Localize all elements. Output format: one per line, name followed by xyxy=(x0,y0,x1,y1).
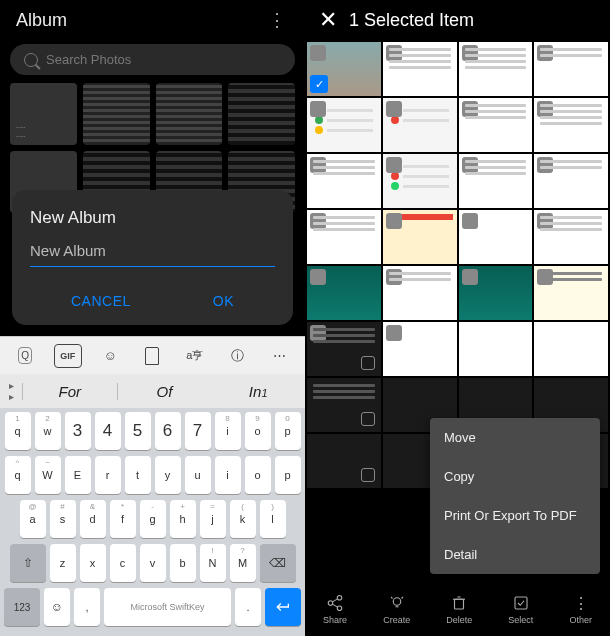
period-key[interactable]: . xyxy=(235,588,261,626)
gallery-thumb[interactable] xyxy=(383,322,457,376)
gallery-thumb[interactable] xyxy=(459,210,533,264)
gallery-thumb[interactable] xyxy=(307,434,381,488)
more-icon[interactable]: ⋮ xyxy=(265,9,289,31)
info-icon[interactable]: ⓘ xyxy=(223,344,251,368)
gallery-thumb[interactable] xyxy=(459,154,533,208)
gallery-thumb[interactable] xyxy=(307,98,381,152)
gallery-thumb[interactable] xyxy=(307,154,381,208)
photo-thumb[interactable] xyxy=(156,83,223,145)
key-h[interactable]: +h xyxy=(170,500,196,538)
unselected-check-icon[interactable] xyxy=(361,412,375,426)
key-i[interactable]: 8i xyxy=(215,412,241,450)
suggestion[interactable]: For xyxy=(22,383,118,400)
key-s[interactable]: #s xyxy=(50,500,76,538)
key-p[interactable]: 0p xyxy=(275,412,301,450)
key-r[interactable]: r xyxy=(95,456,121,494)
gallery-thumb[interactable] xyxy=(534,42,608,96)
selected-check-icon[interactable]: ✓ xyxy=(310,75,328,93)
suggestion[interactable]: Of xyxy=(118,383,212,400)
kb-search-icon[interactable]: Q xyxy=(11,344,39,368)
gif-button[interactable]: GIF xyxy=(54,344,82,368)
gallery-thumb[interactable] xyxy=(459,98,533,152)
gallery-thumb[interactable] xyxy=(459,322,533,376)
key-l[interactable]: )l xyxy=(260,500,286,538)
gallery-thumb[interactable] xyxy=(534,322,608,376)
key-t[interactable]: t xyxy=(125,456,151,494)
gallery-thumb[interactable] xyxy=(383,154,457,208)
gallery-thumb[interactable] xyxy=(534,98,608,152)
gallery-thumb[interactable] xyxy=(383,266,457,320)
select-button[interactable]: Select xyxy=(508,593,533,625)
gallery-thumb[interactable] xyxy=(383,98,457,152)
delete-button[interactable]: Delete xyxy=(446,593,472,625)
gallery-thumb[interactable] xyxy=(534,210,608,264)
key-w[interactable]: 2w xyxy=(35,412,61,450)
menu-detail[interactable]: Detail xyxy=(430,535,600,574)
key-6[interactable]: 6 xyxy=(155,412,181,450)
key-b[interactable]: b xyxy=(170,544,196,582)
key-y[interactable]: y xyxy=(155,456,181,494)
key-n[interactable]: !N xyxy=(200,544,226,582)
key-3[interactable]: 3 xyxy=(65,412,91,450)
menu-copy[interactable]: Copy xyxy=(430,457,600,496)
key-k[interactable]: (k xyxy=(230,500,256,538)
gallery-thumb[interactable] xyxy=(383,42,457,96)
ok-button[interactable]: OK xyxy=(213,293,234,309)
key-o[interactable]: 9o xyxy=(245,412,271,450)
gallery-thumb[interactable] xyxy=(307,378,381,432)
key-v[interactable]: v xyxy=(140,544,166,582)
gallery-thumb[interactable] xyxy=(307,266,381,320)
gallery-thumb[interactable]: ✓ xyxy=(307,42,381,96)
space-key[interactable]: Microsoft SwiftKey xyxy=(104,588,231,626)
gallery-thumb[interactable] xyxy=(307,322,381,376)
gallery-thumb[interactable] xyxy=(307,210,381,264)
key-o2[interactable]: o xyxy=(245,456,271,494)
menu-export-pdf[interactable]: Print Or Export To PDF xyxy=(430,496,600,535)
key-j[interactable]: =j xyxy=(200,500,226,538)
enter-key[interactable] xyxy=(265,588,301,626)
key-x[interactable]: x xyxy=(80,544,106,582)
photo-thumb[interactable] xyxy=(228,83,295,145)
key-d[interactable]: &d xyxy=(80,500,106,538)
key-q[interactable]: 1q xyxy=(5,412,31,450)
key-7[interactable]: 7 xyxy=(185,412,211,450)
key-a[interactable]: @a xyxy=(20,500,46,538)
emoji-key[interactable]: ☺ xyxy=(44,588,70,626)
numeric-key[interactable]: 123 xyxy=(4,588,40,626)
unselected-check-icon[interactable] xyxy=(361,468,375,482)
key-g[interactable]: -g xyxy=(140,500,166,538)
key-i2[interactable]: i xyxy=(215,456,241,494)
sticker-icon[interactable]: ☺ xyxy=(96,344,124,368)
cancel-button[interactable]: CANCEL xyxy=(71,293,131,309)
comma-key[interactable]: , xyxy=(74,588,100,626)
key-5[interactable]: 5 xyxy=(125,412,151,450)
gallery-thumb[interactable] xyxy=(534,154,608,208)
photo-thumb[interactable] xyxy=(83,83,150,145)
suggestion[interactable]: In1 xyxy=(211,383,305,400)
photo-thumb[interactable]: ·········· xyxy=(10,83,77,145)
gallery-thumb[interactable] xyxy=(459,42,533,96)
split-icon[interactable]: ▸▸ xyxy=(0,380,22,402)
clipboard-icon[interactable] xyxy=(138,344,166,368)
gallery-thumb[interactable] xyxy=(534,266,608,320)
key-w2[interactable]: ~W xyxy=(35,456,61,494)
toolbar-more-icon[interactable]: ⋯ xyxy=(266,344,294,368)
key-4[interactable]: 4 xyxy=(95,412,121,450)
key-f[interactable]: *f xyxy=(110,500,136,538)
gallery-thumb[interactable] xyxy=(383,210,457,264)
key-q2[interactable]: ^q xyxy=(5,456,31,494)
key-m[interactable]: ?M xyxy=(230,544,256,582)
key-u[interactable]: u xyxy=(185,456,211,494)
other-button[interactable]: ⋮ Other xyxy=(569,593,592,625)
album-name-input[interactable]: New Album xyxy=(30,242,106,259)
shift-key[interactable]: ⇧ xyxy=(10,544,46,582)
key-c[interactable]: c xyxy=(110,544,136,582)
unselected-check-icon[interactable] xyxy=(361,356,375,370)
share-button[interactable]: Share xyxy=(323,593,347,625)
key-z[interactable]: z xyxy=(50,544,76,582)
create-button[interactable]: Create xyxy=(383,593,410,625)
menu-move[interactable]: Move xyxy=(430,418,600,457)
search-bar[interactable]: Search Photos xyxy=(10,44,295,75)
gallery-thumb[interactable] xyxy=(459,266,533,320)
backspace-key[interactable]: ⌫ xyxy=(260,544,296,582)
